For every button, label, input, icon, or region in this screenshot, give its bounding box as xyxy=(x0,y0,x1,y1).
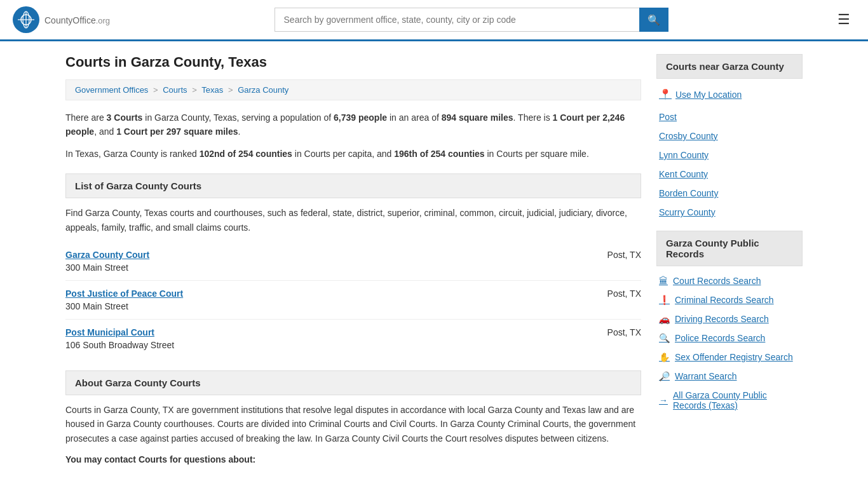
summary-line2: In Texas, Garza County is ranked 102nd o… xyxy=(65,147,641,161)
logo-text: CountyOffice.org xyxy=(44,13,110,27)
court-row-0: Garza County Court 300 Main Street Post,… xyxy=(65,250,641,273)
menu-button[interactable]: ☰ xyxy=(832,9,855,30)
contact-title: You may contact Courts for questions abo… xyxy=(65,454,641,464)
content-area: Courts in Garza County, Texas Government… xyxy=(65,54,641,464)
nearby-link-lynn[interactable]: Lynn County xyxy=(656,147,803,163)
nearby-link-crosby[interactable]: Crosby County xyxy=(656,128,803,144)
breadcrumb-link-gov[interactable]: Government Offices xyxy=(75,85,148,95)
nearby-link-post[interactable]: Post xyxy=(656,109,803,125)
court-address-0: 300 Main Street xyxy=(65,262,128,273)
logo-area: CountyOffice.org xyxy=(13,6,110,33)
search-input[interactable] xyxy=(275,8,639,32)
breadcrumb: Government Offices > Courts > Texas > Ga… xyxy=(65,79,641,100)
court-city-0: Post, TX xyxy=(607,250,641,260)
public-records-link-0[interactable]: 🏛Court Records Search xyxy=(656,273,803,289)
public-records-label-1: Criminal Records Search xyxy=(675,295,774,305)
search-button[interactable]: 🔍 xyxy=(639,8,668,32)
page-title: Courts in Garza County, Texas xyxy=(65,54,641,71)
per-area: 1 Court per 297 square miles xyxy=(116,126,238,137)
location-icon: 📍 xyxy=(659,88,672,100)
public-records-label-4: Sex Offender Registry Search xyxy=(675,352,793,362)
about-section-header: About Garza County Courts xyxy=(65,370,641,395)
court-name-0[interactable]: Garza County Court xyxy=(65,250,149,260)
public-records-label-0: Court Records Search xyxy=(673,276,761,286)
breadcrumb-link-texas[interactable]: Texas xyxy=(201,85,223,95)
public-records-label-6: All Garza County Public Records (Texas) xyxy=(673,390,800,410)
court-row-2: Post Municipal Court 106 South Broadway … xyxy=(65,327,641,350)
summary-line1: There are 3 Courts in Garza County, Texa… xyxy=(65,111,641,139)
court-address-2: 106 South Broadway Street xyxy=(65,340,174,350)
public-records-icon-5: 🔎 xyxy=(659,371,670,381)
public-records-icon-6: → xyxy=(659,395,668,405)
courts-count: 3 Courts xyxy=(107,112,143,123)
court-name-1[interactable]: Post Justice of Peace Court xyxy=(65,288,183,299)
court-item-2: Post Municipal Court 106 South Broadway … xyxy=(65,320,641,358)
public-records-icon-3: 🔍 xyxy=(659,333,670,343)
public-records-link-6[interactable]: →All Garza County Public Records (Texas) xyxy=(656,387,803,414)
rank-capita: 102nd of 254 counties xyxy=(200,149,292,159)
about-text: Courts in Garza County, TX are governmen… xyxy=(65,403,641,445)
rank-area: 196th of 254 counties xyxy=(394,149,484,159)
area: 894 square miles xyxy=(442,112,513,123)
public-records-icon-1: ❗ xyxy=(659,295,670,305)
public-records-links: 🏛Court Records Search❗Criminal Records S… xyxy=(656,273,803,414)
list-section-header: List of Garza County Courts xyxy=(65,173,641,198)
search-area: 🔍 xyxy=(275,8,668,32)
public-records-link-4[interactable]: ✋Sex Offender Registry Search xyxy=(656,349,803,365)
public-records-icon-4: ✋ xyxy=(659,352,670,362)
court-city-2: Post, TX xyxy=(607,327,641,337)
use-location-link[interactable]: 📍 Use My Location xyxy=(656,85,803,104)
court-address-1: 300 Main Street xyxy=(65,301,128,311)
public-records-title: Garza County Public Records xyxy=(656,231,803,266)
courts-list: Garza County Court 300 Main Street Post,… xyxy=(65,242,641,358)
breadcrumb-link-garza[interactable]: Garza County xyxy=(238,85,288,95)
public-records-label-2: Driving Records Search xyxy=(675,314,769,324)
public-records-link-3[interactable]: 🔍Police Records Search xyxy=(656,330,803,346)
public-records-label-5: Warrant Search xyxy=(675,371,737,381)
breadcrumb-sep-1: > xyxy=(153,85,160,95)
nearby-link-kent[interactable]: Kent County xyxy=(656,166,803,182)
court-item-1: Post Justice of Peace Court 300 Main Str… xyxy=(65,281,641,320)
list-description: Find Garza County, Texas courts and cour… xyxy=(65,206,641,234)
breadcrumb-sep-3: > xyxy=(228,85,235,95)
breadcrumb-sep-2: > xyxy=(192,85,199,95)
public-records-label-3: Police Records Search xyxy=(675,333,765,343)
court-row-1: Post Justice of Peace Court 300 Main Str… xyxy=(65,288,641,311)
nearby-section-title: Courts near Garza County xyxy=(656,54,803,79)
court-item-0: Garza County Court 300 Main Street Post,… xyxy=(65,242,641,281)
breadcrumb-link-courts[interactable]: Courts xyxy=(163,85,187,95)
public-records-link-2[interactable]: 🚗Driving Records Search xyxy=(656,311,803,327)
court-city-1: Post, TX xyxy=(607,288,641,299)
nearby-link-scurry[interactable]: Scurry County xyxy=(656,204,803,220)
nearby-link-borden[interactable]: Borden County xyxy=(656,185,803,201)
main-container: Courts in Garza County, Texas Government… xyxy=(53,41,815,477)
sidebar: Courts near Garza County 📍 Use My Locati… xyxy=(656,54,803,464)
nearby-links: Post Crosby County Lynn County Kent Coun… xyxy=(656,109,803,220)
court-name-2[interactable]: Post Municipal Court xyxy=(65,327,174,337)
population: 6,739 people xyxy=(334,112,387,123)
public-records-icon-2: 🚗 xyxy=(659,314,670,324)
logo-icon xyxy=(13,6,39,33)
public-records-icon-0: 🏛 xyxy=(659,276,668,286)
public-records-link-5[interactable]: 🔎Warrant Search xyxy=(656,368,803,384)
public-records-link-1[interactable]: ❗Criminal Records Search xyxy=(656,292,803,308)
site-header: CountyOffice.org 🔍 ☰ xyxy=(0,0,868,41)
